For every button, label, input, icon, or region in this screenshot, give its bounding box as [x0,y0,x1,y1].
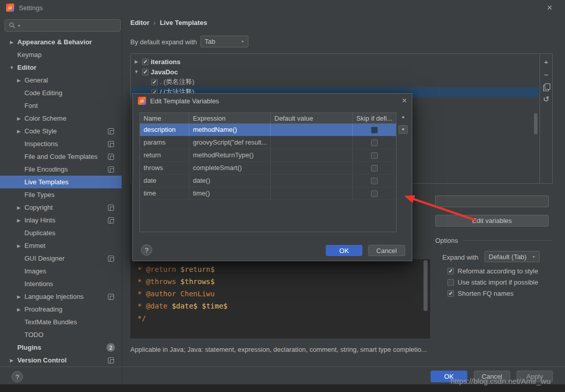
cell-expression[interactable]: methodName() [189,124,271,136]
settings-search-input[interactable]: ▼ [5,19,121,32]
chevron-down-icon[interactable]: ▼ [8,65,15,70]
cell-name[interactable]: throws [140,162,189,174]
cell-name[interactable]: return [140,149,189,161]
template-enabled-checkbox[interactable] [151,79,158,86]
checkbox-icon[interactable] [447,290,454,297]
sidebar-item-language-injections[interactable]: ▶ Language Injections [0,290,122,303]
sidebar-item-color-scheme[interactable]: ▶ Color Scheme [0,112,122,125]
cell-expression[interactable]: methodReturnType() [189,149,271,161]
description-field[interactable] [435,195,549,207]
chevron-right-icon[interactable]: ▶ [8,40,15,45]
breadcrumb-editor[interactable]: Editor [130,19,150,26]
modal-ok-button[interactable]: OK [326,245,362,256]
sidebar-item-images[interactable]: Images [0,265,122,277]
cell-expression[interactable]: date() [189,175,271,187]
option-use-static-import-if-possible[interactable]: Use static import if possible [447,276,538,288]
edit-variables-button[interactable]: Edit variables [435,215,549,227]
variable-row-throws[interactable]: throwscompleteSmart() [140,162,396,175]
chevron-right-icon[interactable]: ▶ [15,294,22,299]
modal-help-button[interactable]: ? [141,244,152,256]
skip-if-defined-checkbox[interactable] [371,127,378,133]
sidebar-item-todo[interactable]: TODO [0,328,122,341]
skip-if-defined-checkbox[interactable] [371,139,378,146]
expression-dropdown-icon[interactable]: ▼ [399,125,408,134]
option-shorten-fq-names[interactable]: Shorten FQ names [447,288,538,299]
sidebar-item-keymap[interactable]: Keymap [0,48,122,61]
modal-cancel-button[interactable]: Cancel [368,245,405,256]
cell-default-value[interactable] [271,149,353,161]
column-header-skip-if-defi[interactable]: Skip if defi... [353,113,396,123]
template-row-iterations[interactable]: ▶ iterations [131,57,539,67]
cell-expression[interactable]: time() [189,187,271,200]
variable-row-time[interactable]: timetime() [140,187,396,200]
variable-row-description[interactable]: descriptionmethodName() [140,124,396,136]
sidebar-item-inlay-hints[interactable]: ▶ Inlay Hints [0,214,122,227]
cell-default-value[interactable] [271,124,353,136]
column-header-default-value[interactable]: Default value [271,113,353,123]
chevron-right-icon[interactable]: ▶ [15,78,22,83]
chevron-right-icon[interactable]: ▶ [15,307,22,312]
cell-skip-if-defined[interactable] [353,124,396,136]
template-enabled-checkbox[interactable] [142,69,149,75]
cell-expression[interactable]: groovyScript("def result... [189,136,271,149]
sidebar-item-inspections[interactable]: Inspections [0,137,122,150]
chevron-right-icon[interactable]: ▶ [8,358,15,363]
restore-defaults-icon[interactable]: ↺ [543,95,550,103]
duplicate-icon[interactable] [543,83,549,90]
cell-name[interactable]: date [140,175,189,187]
sidebar-item-file-encodings[interactable]: File Encodings [0,163,122,176]
sidebar-item-live-templates[interactable]: Live Templates [0,176,122,188]
template-enabled-checkbox[interactable] [142,59,149,65]
sidebar-item-file-types[interactable]: File Types [0,188,122,201]
variable-row-return[interactable]: returnmethodReturnType() [140,149,396,162]
default-expand-with-select[interactable]: Tab ▼ [201,36,248,47]
sidebar-item-code-editing[interactable]: Code Editing [0,87,122,99]
template-list-scrollbar[interactable] [534,113,538,134]
sidebar-item-plugins[interactable]: Plugins 2 [0,341,122,354]
chevron-right-icon[interactable]: ▶ [15,205,22,210]
cell-default-value[interactable] [271,136,353,149]
skip-if-defined-checkbox[interactable] [371,178,378,184]
skip-if-defined-checkbox[interactable] [371,190,378,197]
remove-icon[interactable]: − [544,71,549,78]
sidebar-item-intentions[interactable]: Intentions [0,277,122,290]
scroll-up-icon[interactable]: ▲ [401,114,406,119]
column-header-name[interactable]: Name [140,113,189,123]
template-row-javadoc[interactable]: ▼ JavaDoc [131,67,539,77]
cell-skip-if-defined[interactable] [353,162,396,174]
chevron-right-icon[interactable]: ▶ [15,116,22,121]
add-icon[interactable]: + [544,58,549,66]
variable-row-date[interactable]: datedate() [140,175,396,187]
skip-if-defined-checkbox[interactable] [371,152,378,159]
skip-if-defined-checkbox[interactable] [371,165,378,172]
cell-default-value[interactable] [271,162,353,174]
chevron-right-icon[interactable]: ▶ [15,129,22,134]
cell-skip-if-defined[interactable] [353,175,396,187]
sidebar-item-file-and-code-templates[interactable]: File and Code Templates [0,150,122,163]
chevron-right-icon[interactable]: ▶ [133,59,140,64]
column-header-expression[interactable]: Expression [189,113,271,123]
cell-default-value[interactable] [271,175,353,187]
sidebar-item-editor[interactable]: ▼ Editor [0,61,122,74]
window-close-icon[interactable]: × [547,2,552,13]
sidebar-item-emmet[interactable]: ▶ Emmet [0,239,122,252]
cell-default-value[interactable] [271,187,353,200]
sidebar-item-proofreading[interactable]: ▶ Proofreading [0,303,122,316]
template-text-editor[interactable]: * @return $return$* @throws $throws$* @a… [130,259,430,339]
sidebar-item-font[interactable]: Font [0,99,122,112]
checkbox-icon[interactable] [447,279,454,286]
search-history-chevron-icon[interactable]: ▼ [17,24,21,27]
cell-expression[interactable]: completeSmart() [189,162,271,174]
cell-skip-if-defined[interactable] [353,136,396,149]
editor-scrollbar[interactable] [423,260,428,311]
sidebar-item-general[interactable]: ▶ General [0,74,122,87]
cell-name[interactable]: description [140,124,189,136]
sidebar-item-duplicates[interactable]: Duplicates [0,227,122,239]
cell-skip-if-defined[interactable] [353,149,396,161]
modal-close-icon[interactable]: × [402,96,407,105]
checkbox-icon[interactable] [447,268,454,274]
sidebar-item-version-control[interactable]: ▶ Version Control [0,354,122,367]
sidebar-item-code-style[interactable]: ▶ Code Style [0,125,122,137]
sidebar-item-textmate-bundles[interactable]: TextMate Bundles [0,316,122,328]
variable-row-params[interactable]: paramsgroovyScript("def result... [140,136,396,149]
